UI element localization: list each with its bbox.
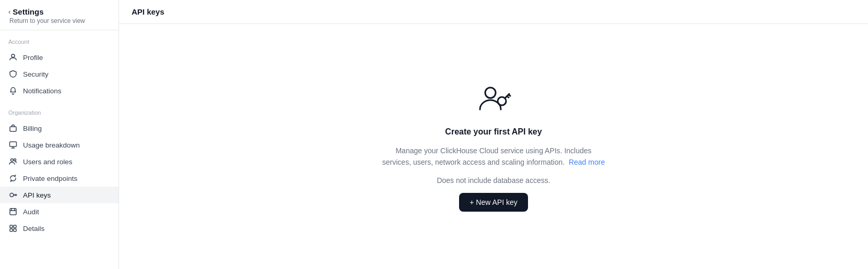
sidebar-item-details[interactable]: Details bbox=[0, 220, 119, 237]
svg-point-4 bbox=[14, 159, 16, 161]
sidebar-item-label-security: Security bbox=[23, 70, 49, 78]
read-more-link[interactable]: Read more bbox=[569, 158, 605, 166]
sidebar-item-profile[interactable]: Profile bbox=[0, 49, 119, 66]
description-part2: services, users, network access and scal… bbox=[382, 158, 565, 166]
sidebar-item-label-notifications: Notifications bbox=[23, 87, 62, 95]
empty-state: Create your first API key Manage your Cl… bbox=[382, 81, 605, 212]
svg-point-3 bbox=[11, 159, 14, 162]
sidebar: ‹ Settings Return to your service view A… bbox=[0, 0, 119, 269]
sidebar-item-label-users: Users and roles bbox=[23, 158, 73, 166]
refresh-icon bbox=[8, 174, 18, 183]
sidebar-item-api-keys[interactable]: API keys bbox=[0, 187, 119, 203]
sidebar-header: ‹ Settings Return to your service view bbox=[0, 0, 119, 30]
sidebar-item-security[interactable]: Security bbox=[0, 66, 119, 82]
sidebar-item-private-endpoints[interactable]: Private endpoints bbox=[0, 170, 119, 187]
empty-state-note: Does not include database access. bbox=[437, 176, 550, 185]
svg-rect-10 bbox=[14, 229, 16, 231]
sidebar-title: Settings bbox=[13, 7, 43, 16]
user-icon bbox=[8, 53, 18, 62]
svg-rect-6 bbox=[10, 209, 16, 215]
sidebar-item-notifications[interactable]: Notifications bbox=[0, 82, 119, 99]
svg-rect-7 bbox=[10, 225, 13, 228]
users-icon bbox=[8, 157, 18, 166]
sidebar-item-users-and-roles[interactable]: Users and roles bbox=[0, 153, 119, 170]
main-header: API keys bbox=[119, 0, 868, 24]
organization-section-label: Organization bbox=[0, 109, 119, 120]
box-icon bbox=[8, 207, 18, 216]
sidebar-item-label-profile: Profile bbox=[23, 54, 43, 62]
new-api-key-button[interactable]: + New API key bbox=[459, 193, 527, 212]
monitor-icon bbox=[8, 140, 18, 150]
sidebar-item-audit[interactable]: Audit bbox=[0, 203, 119, 220]
main-body: Create your first API key Manage your Cl… bbox=[119, 24, 868, 269]
sidebar-item-label-billing: Billing bbox=[23, 125, 42, 132]
api-key-illustration bbox=[475, 81, 512, 119]
sidebar-item-usage-breakdown[interactable]: Usage breakdown bbox=[0, 137, 119, 153]
description-part1: Manage your ClickHouse Cloud service usi… bbox=[395, 146, 591, 155]
bag-icon bbox=[8, 124, 18, 133]
account-section-label: Account bbox=[0, 39, 119, 49]
svg-rect-9 bbox=[10, 229, 13, 231]
account-section: Account Profile Security bbox=[0, 30, 119, 101]
empty-state-title: Create your first API key bbox=[445, 127, 542, 137]
shield-icon bbox=[8, 69, 18, 79]
bell-icon bbox=[8, 86, 18, 95]
api-icon bbox=[8, 190, 18, 200]
sidebar-item-label-usage: Usage breakdown bbox=[23, 141, 80, 149]
page-title: API keys bbox=[132, 7, 855, 16]
back-arrow-icon: ‹ bbox=[8, 8, 10, 16]
sidebar-item-label-private-endpoints: Private endpoints bbox=[23, 175, 77, 182]
sidebar-item-billing[interactable]: Billing bbox=[0, 120, 119, 137]
svg-point-0 bbox=[11, 54, 15, 57]
svg-rect-1 bbox=[10, 127, 16, 131]
main-content: API keys Create your first API key Manag… bbox=[119, 0, 868, 269]
return-to-service-link[interactable]: ‹ Settings bbox=[8, 7, 110, 16]
sidebar-item-label-audit: Audit bbox=[23, 208, 39, 216]
sidebar-item-label-details: Details bbox=[23, 225, 44, 233]
svg-rect-8 bbox=[14, 225, 16, 228]
svg-rect-2 bbox=[10, 142, 17, 146]
svg-point-11 bbox=[485, 88, 496, 98]
organization-section: Organization Billing Usage breakdown bbox=[0, 101, 119, 239]
sidebar-item-label-api-keys: API keys bbox=[23, 191, 51, 199]
empty-state-description: Manage your ClickHouse Cloud service usi… bbox=[382, 145, 605, 168]
return-label: Return to your service view bbox=[8, 17, 110, 25]
grid-icon bbox=[8, 224, 18, 233]
